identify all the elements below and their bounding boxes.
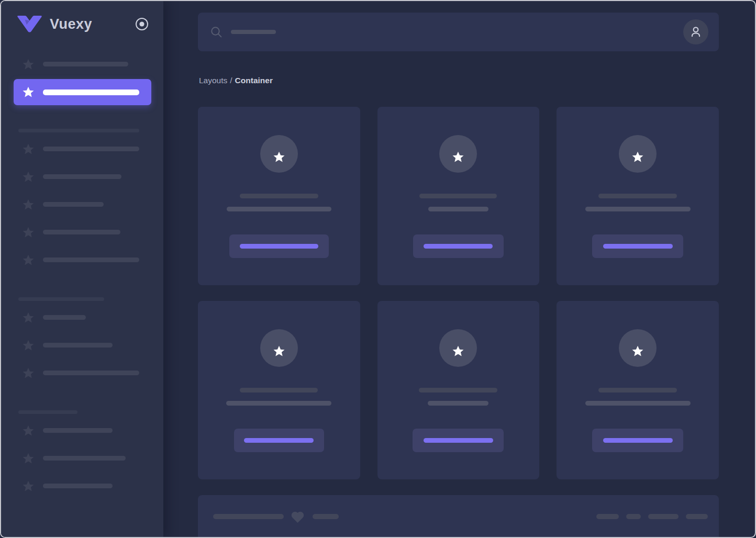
sidebar-item[interactable] <box>14 472 151 500</box>
sidebar-item-label-bar <box>43 89 139 95</box>
star-icon <box>22 143 35 155</box>
heart-icon <box>291 510 305 523</box>
card-line-1 <box>240 388 318 393</box>
vuexy-logo[interactable]: Vuexy <box>17 16 92 32</box>
footer-link-bar[interactable] <box>626 514 641 519</box>
card-button[interactable] <box>413 429 504 452</box>
breadcrumb-current: Container <box>235 76 273 85</box>
sidebar-item[interactable] <box>14 331 151 359</box>
button-label-bar <box>424 438 493 443</box>
footer-link-bar[interactable] <box>648 514 679 519</box>
sidebar-item-label-bar <box>43 202 104 207</box>
card-line-1 <box>419 194 497 198</box>
card-line-1 <box>598 194 677 198</box>
footer-link-bar[interactable] <box>686 514 708 519</box>
card-button[interactable] <box>592 429 683 452</box>
card <box>377 107 540 285</box>
star-icon <box>452 342 464 354</box>
sidebar-item-label-bar <box>43 315 86 320</box>
star-icon <box>22 254 35 266</box>
star-icon <box>22 58 35 71</box>
footer-text-bar <box>313 514 339 519</box>
button-label-bar <box>424 244 493 249</box>
star-icon <box>22 311 35 324</box>
card-line-1 <box>419 388 497 393</box>
search-placeholder-bar <box>231 30 276 34</box>
sidebar-item[interactable] <box>14 359 151 387</box>
sidebar-item-label-bar <box>43 428 113 433</box>
sidebar-item[interactable] <box>14 417 151 444</box>
card-line-1 <box>240 194 318 198</box>
main-content: Layouts/Container <box>163 1 755 537</box>
app-title: Vuexy <box>50 16 92 32</box>
star-badge <box>439 135 477 173</box>
sidebar-item-label-bar <box>43 62 128 66</box>
nav-section-divider <box>18 129 139 132</box>
breadcrumb-separator: / <box>230 76 232 85</box>
button-label-bar <box>603 438 673 443</box>
card <box>198 301 360 479</box>
breadcrumb: Layouts/Container <box>199 76 719 85</box>
nav-section-divider <box>18 297 104 301</box>
footer-row <box>213 510 708 523</box>
sidebar-nav <box>1 32 163 500</box>
card <box>377 301 540 479</box>
footer-link-bar[interactable] <box>596 514 619 519</box>
card <box>198 107 360 285</box>
card-button[interactable] <box>229 234 329 258</box>
card-line-2 <box>585 401 691 406</box>
star-icon <box>22 452 35 465</box>
user-avatar[interactable] <box>683 19 708 44</box>
person-icon <box>689 25 703 39</box>
sidebar-item-label-bar <box>43 147 139 151</box>
footer-text-bar <box>213 514 284 519</box>
card-button[interactable] <box>592 234 683 258</box>
button-label-bar <box>603 244 673 249</box>
card-button[interactable] <box>413 234 504 258</box>
star-icon <box>452 148 464 160</box>
sidebar-toggle-icon[interactable] <box>135 17 149 31</box>
card-button[interactable] <box>234 429 324 452</box>
sidebar-item[interactable] <box>14 444 151 472</box>
breadcrumb-parent[interactable]: Layouts <box>199 76 227 85</box>
card-line-2 <box>428 401 488 406</box>
sidebar-item-active[interactable] <box>14 79 151 105</box>
nav-section-divider <box>18 410 77 414</box>
footer-card <box>198 495 719 538</box>
button-label-bar <box>240 244 318 249</box>
card-line-2 <box>226 401 331 406</box>
vuexy-logo-icon <box>17 16 42 32</box>
sidebar-item-label-bar <box>43 371 139 375</box>
card-line-1 <box>598 388 677 393</box>
card-line-2 <box>227 207 331 211</box>
sidebar-item-label-bar <box>43 343 113 348</box>
sidebar-item-label-bar <box>43 174 121 179</box>
sidebar-item[interactable] <box>14 246 151 274</box>
star-badge <box>619 329 657 367</box>
search-icon <box>210 26 223 38</box>
button-label-bar <box>244 438 314 443</box>
star-icon <box>22 198 35 211</box>
star-icon <box>22 480 35 492</box>
star-icon <box>22 339 35 352</box>
sidebar-item-label-bar <box>43 456 126 461</box>
star-icon <box>22 424 35 437</box>
sidebar-item[interactable] <box>14 304 151 331</box>
star-badge <box>260 329 298 367</box>
star-badge <box>260 135 298 173</box>
footer-links-group <box>596 514 708 519</box>
sidebar-item[interactable] <box>14 190 151 218</box>
star-icon <box>22 86 35 98</box>
sidebar-item-label-bar <box>43 257 139 262</box>
sidebar-item[interactable] <box>14 163 151 190</box>
sidebar-item-label-bar <box>43 230 120 234</box>
cards-grid <box>198 107 719 479</box>
sidebar-item[interactable] <box>14 135 151 163</box>
star-icon <box>22 226 35 239</box>
sidebar-item[interactable] <box>14 50 151 78</box>
sidebar-item[interactable] <box>14 218 151 246</box>
search-bar[interactable] <box>198 13 719 51</box>
card <box>557 301 719 479</box>
star-badge <box>439 329 477 367</box>
sidebar-header: Vuexy <box>1 1 163 32</box>
